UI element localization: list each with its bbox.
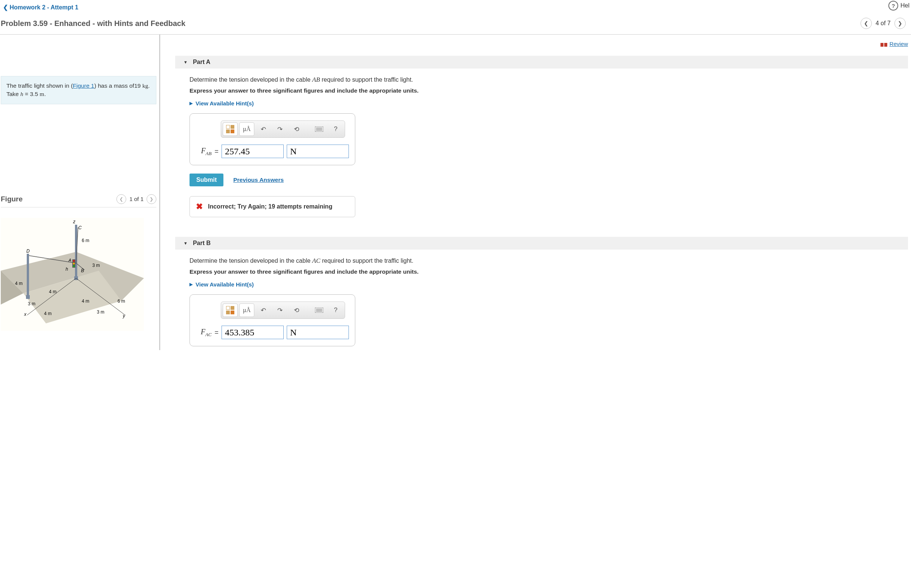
part-a-header[interactable]: ▼ Part A bbox=[175, 56, 908, 68]
part-b-answer-box: µÅ ↶ ↷ ⟲ ? FAC = bbox=[190, 294, 355, 346]
figure-pager-text: 1 of 1 bbox=[129, 196, 144, 202]
part-a-express: Express your answer to three significant… bbox=[190, 87, 908, 94]
fig-4m-l: 4 m bbox=[15, 281, 23, 286]
part-b-value-input[interactable] bbox=[222, 326, 284, 339]
part-b-unit-input[interactable] bbox=[287, 326, 349, 339]
help-label[interactable]: Hel bbox=[900, 2, 909, 9]
figure-prev-button[interactable]: ❮ bbox=[117, 194, 126, 204]
reset-button[interactable]: ⟲ bbox=[289, 304, 304, 317]
part-a-previous-answers-link[interactable]: Previous Answers bbox=[233, 176, 284, 183]
part-a-prompt: Determine the tension developed in the c… bbox=[190, 76, 908, 84]
prev-problem-button[interactable]: ❮ bbox=[861, 18, 872, 29]
h-eq: = 3.5 bbox=[23, 91, 40, 97]
fig-6m-top: 6 m bbox=[82, 238, 89, 243]
breadcrumb: ❮ Homework 2 - Attempt 1 bbox=[0, 0, 911, 15]
fig-x: x bbox=[24, 312, 27, 317]
fig-3m-r: 3 m bbox=[92, 263, 100, 268]
part-a-feedback: ✖ Incorrect; Try Again; 19 attempts rema… bbox=[190, 196, 355, 217]
part-a-unit-input[interactable] bbox=[287, 145, 349, 158]
caret-right-icon: ▶ bbox=[190, 101, 193, 106]
fig-B: B bbox=[81, 268, 84, 273]
caret-down-icon: ▼ bbox=[183, 241, 188, 246]
part-b-express: Express your answer to three significant… bbox=[190, 268, 908, 275]
next-problem-button[interactable]: ❯ bbox=[895, 18, 906, 29]
figure-section: Figure ❮ 1 of 1 ❯ bbox=[1, 193, 156, 331]
part-b-hints-toggle[interactable]: ▶ View Available Hint(s) bbox=[190, 281, 908, 288]
svg-rect-7 bbox=[26, 295, 30, 299]
svg-point-12 bbox=[73, 260, 75, 262]
review-link[interactable]: Review bbox=[880, 40, 908, 47]
fig-3m-rb: 3 m bbox=[97, 309, 104, 315]
part-a-hints-label: View Available Hint(s) bbox=[196, 100, 254, 107]
review-label: Review bbox=[890, 40, 908, 47]
keyboard-button[interactable] bbox=[311, 122, 327, 136]
fig-A: A bbox=[68, 258, 71, 262]
keyboard-icon bbox=[315, 126, 323, 132]
problem-pager: ❮ 4 of 7 ❯ bbox=[861, 18, 906, 29]
part-a-label: Part A bbox=[193, 59, 211, 66]
fig-C: C bbox=[78, 225, 82, 230]
help-icon[interactable]: ? bbox=[888, 1, 898, 11]
part-a-prompt-post: required to support the traffic light. bbox=[320, 76, 413, 83]
fig-3m-lb: 3 m bbox=[28, 301, 36, 307]
figure-next-button[interactable]: ❯ bbox=[147, 194, 156, 204]
breadcrumb-link[interactable]: ❮ Homework 2 - Attempt 1 bbox=[3, 4, 78, 11]
toolbar-help-button[interactable]: ? bbox=[328, 122, 343, 136]
equals-sign: = bbox=[214, 147, 219, 155]
part-b-input-row: FAC = bbox=[195, 326, 349, 339]
templates-button[interactable] bbox=[223, 122, 238, 136]
problem-text-3: . bbox=[44, 91, 45, 97]
part-b-var-label: FAC bbox=[195, 328, 211, 338]
template-icon bbox=[226, 125, 234, 133]
part-a-hints-toggle[interactable]: ▶ View Available Hint(s) bbox=[190, 100, 908, 107]
right-column: Review ▼ Part A Determine the tension de… bbox=[160, 35, 911, 350]
part-b-toolbar: µÅ ↶ ↷ ⟲ ? bbox=[221, 302, 345, 319]
problem-text-1: ) has a mass of bbox=[94, 82, 134, 89]
part-b-header[interactable]: ▼ Part B bbox=[175, 237, 908, 250]
fig-y: y bbox=[122, 313, 125, 318]
fig-4m-rb2: 4 m bbox=[44, 311, 52, 316]
part-a-feedback-text: Incorrect; Try Again; 19 attempts remain… bbox=[208, 203, 332, 210]
redo-button[interactable]: ↷ bbox=[272, 304, 287, 317]
left-column: The traffic light shown in (Figure 1) ha… bbox=[0, 35, 160, 350]
h-unit: m bbox=[40, 91, 44, 97]
toolbar-help-button[interactable]: ? bbox=[328, 304, 343, 317]
part-a-cable: AB bbox=[312, 76, 320, 83]
figure-link[interactable]: Figure 1 bbox=[73, 82, 94, 89]
fig-h: h bbox=[66, 267, 68, 272]
part-a-var-label: FAB bbox=[195, 147, 211, 157]
undo-button[interactable]: ↶ bbox=[256, 122, 271, 136]
part-b-prompt-post: required to support the traffic light. bbox=[320, 257, 413, 264]
figure-title: Figure bbox=[1, 195, 23, 203]
page-title: Problem 3.59 - Enhanced - with Hints and… bbox=[1, 19, 185, 28]
keyboard-button[interactable] bbox=[311, 304, 327, 317]
fig-4m-lb: 4 m bbox=[49, 289, 57, 294]
caret-down-icon: ▼ bbox=[183, 60, 188, 65]
mass-value: 19 bbox=[134, 82, 141, 89]
reset-button[interactable]: ⟲ bbox=[289, 122, 304, 136]
figure-pager: ❮ 1 of 1 ❯ bbox=[117, 194, 156, 204]
part-a-value-input[interactable] bbox=[222, 145, 284, 158]
templates-button[interactable] bbox=[223, 304, 238, 317]
undo-button[interactable]: ↶ bbox=[256, 304, 271, 317]
svg-point-13 bbox=[73, 262, 75, 264]
part-a-submit-button[interactable]: Submit bbox=[190, 174, 224, 186]
part-b-cable: AC bbox=[312, 257, 321, 264]
figure-header: Figure ❮ 1 of 1 ❯ bbox=[1, 193, 156, 207]
figure-image: z C 6 m D A 3 m h B 4 m 4 m 3 m x 4 m 4 … bbox=[1, 218, 144, 331]
redo-button[interactable]: ↷ bbox=[272, 122, 287, 136]
units-symbol-button[interactable]: µÅ bbox=[239, 304, 254, 317]
equals-sign: = bbox=[214, 329, 219, 336]
problem-text-pre: The traffic light shown in ( bbox=[6, 82, 73, 89]
part-b-hints-label: View Available Hint(s) bbox=[196, 281, 254, 288]
problem-statement: The traffic light shown in (Figure 1) ha… bbox=[1, 76, 156, 104]
units-symbol-button[interactable]: µÅ bbox=[239, 122, 254, 136]
pager-text: 4 of 7 bbox=[875, 20, 891, 27]
part-a-submit-row: Submit Previous Answers bbox=[190, 174, 908, 186]
fig-4m-mid: 4 m bbox=[82, 299, 89, 304]
fig-z: z bbox=[73, 219, 76, 225]
part-a-toolbar: µÅ ↶ ↷ ⟲ ? bbox=[221, 120, 345, 138]
fig-D: D bbox=[26, 249, 30, 254]
mass-unit: kg bbox=[143, 82, 148, 89]
part-b-label: Part B bbox=[193, 240, 211, 247]
